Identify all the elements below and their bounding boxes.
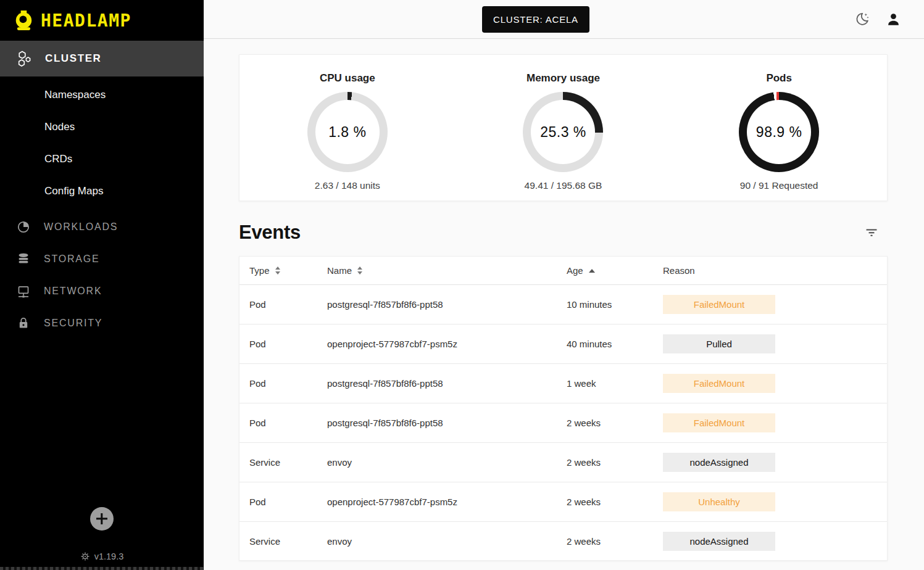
- sidebar-item-storage[interactable]: STORAGE: [0, 243, 204, 275]
- sort-icon: [275, 266, 280, 275]
- sidebar-sections: WORKLOADSSTORAGENETWORKSECURITY: [0, 207, 204, 339]
- version-row: v1.19.3: [0, 551, 204, 561]
- column-label: Name: [327, 265, 352, 276]
- donut-chart: 98.9 %: [739, 92, 819, 172]
- event-name: postgresql-7f857bf8f6-ppt58: [327, 378, 567, 389]
- event-type: Service: [249, 536, 327, 547]
- event-age: 2 weeks: [567, 497, 663, 507]
- event-age: 2 weeks: [567, 418, 663, 428]
- sidebar-item-config-maps[interactable]: Config Maps: [0, 175, 204, 207]
- column-header-name[interactable]: Name: [327, 265, 567, 276]
- sort-ascending-icon: [589, 269, 595, 273]
- event-age: 40 minutes: [567, 339, 663, 349]
- overview-chart-cpu-usage: CPU usage1.8 %2.63 / 148 units: [239, 64, 456, 200]
- event-type: Pod: [249, 299, 327, 310]
- filter-icon[interactable]: [864, 225, 879, 240]
- donut-percentage-label: 25.3 %: [523, 92, 603, 172]
- event-age: 2 weeks: [567, 457, 663, 468]
- cluster-selector-button[interactable]: CLUSTER: ACELA: [482, 6, 589, 33]
- chart-legend: 49.41 / 195.68 GB: [456, 180, 672, 191]
- content: CPU usage1.8 %2.63 / 148 unitsMemory usa…: [204, 39, 924, 561]
- event-age: 10 minutes: [567, 299, 663, 310]
- event-name: postgresql-7f857bf8f6-ppt58: [327, 299, 567, 310]
- version-label: v1.19.3: [94, 551, 124, 561]
- add-cluster-button[interactable]: [90, 507, 114, 531]
- event-type: Pod: [249, 339, 327, 349]
- sidebar-section-label: WORKLOADS: [44, 221, 118, 233]
- person-icon[interactable]: [885, 11, 902, 28]
- event-name: postgresql-7f857bf8f6-ppt58: [327, 418, 567, 428]
- column-header-age[interactable]: Age: [567, 265, 663, 276]
- event-type: Pod: [249, 418, 327, 428]
- logo-wordmark: HEADLAMP: [41, 10, 131, 31]
- sidebar-bottom-strip: [0, 567, 204, 570]
- reason-badge: nodeAssigned: [663, 453, 775, 472]
- cluster-overview-card: CPU usage1.8 %2.63 / 148 unitsMemory usa…: [239, 54, 888, 201]
- cluster-subnav: NamespacesNodesCRDsConfig Maps: [0, 76, 204, 207]
- column-label: Age: [567, 265, 583, 276]
- sidebar-section-label: NETWORK: [44, 286, 102, 297]
- sidebar-item-namespaces[interactable]: Namespaces: [0, 79, 204, 111]
- event-type: Service: [249, 457, 327, 468]
- main-area: CLUSTER: ACELA CPU usage1.8 %2.63 / 148 …: [204, 0, 924, 570]
- database-icon: [16, 252, 31, 266]
- sidebar-item-crds[interactable]: CRDs: [0, 143, 204, 175]
- event-row[interactable]: Serviceenvoy2 weeksnodeAssigned: [239, 522, 887, 561]
- reason-badge: FailedMount: [663, 374, 775, 393]
- events-table-header: TypeNameAgeReason: [239, 257, 887, 285]
- donut-chart: 25.3 %: [523, 92, 603, 172]
- chart-title: Memory usage: [456, 72, 672, 85]
- sidebar-item-workloads[interactable]: WORKLOADS: [0, 211, 204, 243]
- sidebar-item-security[interactable]: SECURITY: [0, 307, 204, 339]
- reason-badge: Pulled: [663, 334, 775, 353]
- chart-title: Pods: [671, 72, 887, 85]
- event-age: 1 week: [567, 378, 663, 389]
- overview-chart-memory-usage: Memory usage25.3 %49.41 / 195.68 GB: [456, 64, 672, 200]
- event-age: 2 weeks: [567, 536, 663, 547]
- reason-badge: nodeAssigned: [663, 532, 775, 551]
- sidebar-item-network[interactable]: NETWORK: [0, 275, 204, 307]
- event-name: openproject-577987cbf7-psm5z: [327, 339, 567, 349]
- event-row[interactable]: Podopenproject-577987cbf7-psm5z2 weeksUn…: [239, 482, 887, 522]
- event-type: Pod: [249, 497, 327, 507]
- chart-legend: 2.63 / 148 units: [239, 180, 456, 191]
- reason-badge: FailedMount: [663, 295, 775, 314]
- column-header-reason: Reason: [663, 265, 887, 276]
- donut-percentage-label: 1.8 %: [307, 92, 388, 172]
- sidebar-section-label: STORAGE: [44, 254, 100, 265]
- overview-chart-pods: Pods98.9 %90 / 91 Requested: [671, 64, 887, 200]
- donut-chart: 1.8 %: [307, 92, 388, 172]
- chart-legend: 90 / 91 Requested: [671, 180, 887, 191]
- sort-icon: [357, 266, 362, 275]
- wheel-icon: [80, 551, 90, 561]
- event-name: envoy: [327, 536, 567, 547]
- pie-chart-icon: [16, 220, 31, 234]
- event-row[interactable]: Podpostgresql-7f857bf8f6-ppt582 weeksFai…: [239, 403, 887, 443]
- sidebar: HEADLAMP CLUSTER NamespacesNodesCRDsConf…: [0, 0, 204, 570]
- column-header-type[interactable]: Type: [249, 265, 327, 276]
- cluster-hexagons-icon: [16, 51, 32, 67]
- event-row[interactable]: Podpostgresql-7f857bf8f6-ppt581 weekFail…: [239, 364, 887, 403]
- headlamp-lamp-icon: [14, 10, 35, 31]
- event-type: Pod: [249, 378, 327, 389]
- event-row[interactable]: Podopenproject-577987cbf7-psm5z40 minute…: [239, 324, 887, 364]
- sidebar-item-cluster[interactable]: CLUSTER: [0, 41, 204, 76]
- event-name: openproject-577987cbf7-psm5z: [327, 497, 567, 507]
- sidebar-item-nodes[interactable]: Nodes: [0, 111, 204, 143]
- sidebar-item-cluster-label: CLUSTER: [45, 52, 101, 65]
- topbar: CLUSTER: ACELA: [204, 0, 924, 39]
- donut-percentage-label: 98.9 %: [739, 92, 819, 172]
- chart-title: CPU usage: [239, 72, 456, 85]
- column-label: Type: [249, 265, 270, 276]
- reason-badge: FailedMount: [663, 413, 775, 432]
- event-row[interactable]: Podpostgresql-7f857bf8f6-ppt5810 minutes…: [239, 285, 887, 324]
- events-title: Events: [239, 221, 301, 244]
- events-table: TypeNameAgeReason Podpostgresql-7f857bf8…: [239, 256, 888, 561]
- event-row[interactable]: Serviceenvoy2 weeksnodeAssigned: [239, 443, 887, 482]
- lock-icon: [16, 316, 31, 331]
- reason-badge: Unhealthy: [663, 492, 775, 511]
- column-label: Reason: [663, 265, 695, 276]
- headlamp-logo[interactable]: HEADLAMP: [0, 0, 204, 41]
- moon-icon[interactable]: [854, 11, 870, 28]
- event-name: envoy: [327, 457, 567, 468]
